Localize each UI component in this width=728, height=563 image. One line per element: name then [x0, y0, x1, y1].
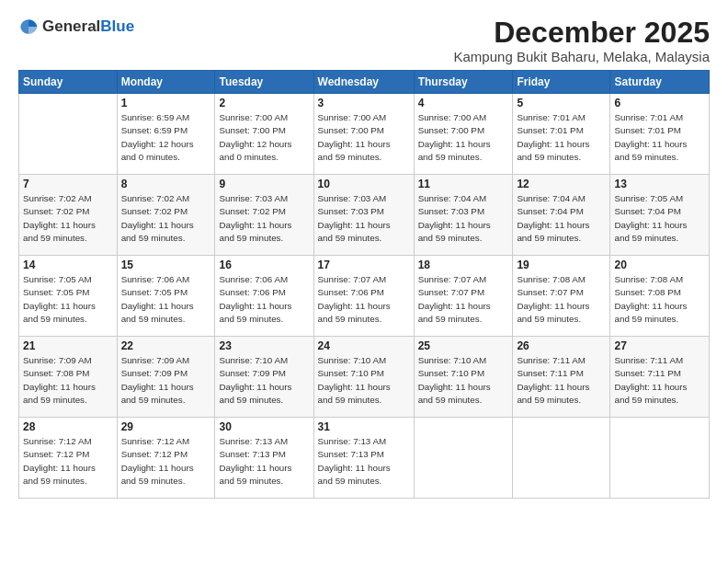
day-number: 19 — [517, 259, 606, 271]
day-number: 15 — [121, 259, 211, 271]
day-number: 17 — [318, 259, 410, 271]
day-info: Sunrise: 7:10 AMSunset: 7:10 PMDaylight:… — [318, 354, 410, 407]
day-cell: 24Sunrise: 7:10 AMSunset: 7:10 PMDayligh… — [313, 337, 414, 418]
day-number: 5 — [517, 97, 606, 109]
page: GeneralBlue December 2025 Kampung Bukit … — [0, 0, 728, 563]
day-number: 21 — [23, 339, 113, 352]
header-cell-thursday: Thursday — [414, 71, 513, 94]
logo: GeneralBlue — [18, 17, 134, 37]
day-cell: 6Sunrise: 7:01 AMSunset: 7:01 PMDaylight… — [610, 94, 710, 175]
day-number: 4 — [418, 97, 509, 109]
day-number: 22 — [121, 339, 211, 352]
day-cell: 11Sunrise: 7:04 AMSunset: 7:03 PMDayligh… — [414, 175, 513, 256]
day-number: 26 — [517, 339, 606, 352]
day-number: 20 — [614, 259, 705, 271]
day-number: 31 — [318, 420, 410, 433]
day-number: 27 — [614, 339, 705, 352]
day-info: Sunrise: 7:04 AMSunset: 7:04 PMDaylight:… — [517, 192, 606, 245]
day-number: 9 — [219, 178, 309, 190]
day-number: 29 — [121, 420, 211, 433]
day-cell: 18Sunrise: 7:07 AMSunset: 7:07 PMDayligh… — [414, 256, 513, 337]
day-cell — [513, 418, 610, 499]
location-title: Kampung Bukit Baharu, Melaka, Malaysia — [454, 49, 710, 64]
day-cell — [610, 418, 710, 499]
day-info: Sunrise: 7:13 AMSunset: 7:13 PMDaylight:… — [219, 435, 309, 488]
day-cell: 9Sunrise: 7:03 AMSunset: 7:02 PMDaylight… — [215, 175, 313, 256]
day-cell: 29Sunrise: 7:12 AMSunset: 7:12 PMDayligh… — [117, 418, 215, 499]
day-number: 18 — [418, 259, 509, 271]
day-number: 30 — [219, 420, 309, 433]
day-info: Sunrise: 7:07 AMSunset: 7:07 PMDaylight:… — [418, 273, 509, 326]
header-cell-sunday: Sunday — [19, 71, 118, 94]
week-row-4: 28Sunrise: 7:12 AMSunset: 7:12 PMDayligh… — [19, 418, 710, 499]
day-cell: 12Sunrise: 7:04 AMSunset: 7:04 PMDayligh… — [513, 175, 610, 256]
day-number: 12 — [517, 178, 606, 190]
day-cell: 17Sunrise: 7:07 AMSunset: 7:06 PMDayligh… — [313, 256, 414, 337]
day-info: Sunrise: 7:06 AMSunset: 7:06 PMDaylight:… — [219, 273, 309, 326]
day-info: Sunrise: 7:01 AMSunset: 7:01 PMDaylight:… — [614, 111, 705, 164]
day-info: Sunrise: 7:11 AMSunset: 7:11 PMDaylight:… — [517, 354, 606, 407]
day-number: 3 — [318, 97, 410, 109]
day-info: Sunrise: 6:59 AMSunset: 6:59 PMDaylight:… — [121, 111, 211, 164]
day-info: Sunrise: 7:12 AMSunset: 7:12 PMDaylight:… — [23, 435, 113, 488]
day-info: Sunrise: 7:06 AMSunset: 7:05 PMDaylight:… — [121, 273, 211, 326]
month-title: December 2025 — [454, 17, 710, 49]
day-info: Sunrise: 7:09 AMSunset: 7:08 PMDaylight:… — [23, 354, 113, 407]
day-info: Sunrise: 7:09 AMSunset: 7:09 PMDaylight:… — [121, 354, 211, 407]
day-number: 16 — [219, 259, 309, 271]
day-number: 24 — [318, 339, 410, 352]
logo-blue: Blue — [100, 17, 134, 35]
header-cell-monday: Monday — [117, 71, 215, 94]
day-cell: 14Sunrise: 7:05 AMSunset: 7:05 PMDayligh… — [19, 256, 118, 337]
calendar-body: 1Sunrise: 6:59 AMSunset: 6:59 PMDaylight… — [19, 94, 710, 499]
day-number: 11 — [418, 178, 509, 190]
calendar-header: SundayMondayTuesdayWednesdayThursdayFrid… — [19, 71, 710, 94]
day-cell: 1Sunrise: 6:59 AMSunset: 6:59 PMDaylight… — [117, 94, 215, 175]
day-cell: 31Sunrise: 7:13 AMSunset: 7:13 PMDayligh… — [313, 418, 414, 499]
day-cell: 30Sunrise: 7:13 AMSunset: 7:13 PMDayligh… — [215, 418, 313, 499]
day-info: Sunrise: 7:04 AMSunset: 7:03 PMDaylight:… — [418, 192, 509, 245]
day-info: Sunrise: 7:08 AMSunset: 7:08 PMDaylight:… — [614, 273, 705, 326]
day-cell: 2Sunrise: 7:00 AMSunset: 7:00 PMDaylight… — [215, 94, 313, 175]
day-info: Sunrise: 7:11 AMSunset: 7:11 PMDaylight:… — [614, 354, 705, 407]
day-info: Sunrise: 7:12 AMSunset: 7:12 PMDaylight:… — [121, 435, 211, 488]
day-number: 6 — [614, 97, 705, 109]
day-cell: 25Sunrise: 7:10 AMSunset: 7:10 PMDayligh… — [414, 337, 513, 418]
day-cell: 4Sunrise: 7:00 AMSunset: 7:00 PMDaylight… — [414, 94, 513, 175]
day-number: 28 — [23, 420, 113, 433]
day-cell: 10Sunrise: 7:03 AMSunset: 7:03 PMDayligh… — [313, 175, 414, 256]
day-cell: 5Sunrise: 7:01 AMSunset: 7:01 PMDaylight… — [513, 94, 610, 175]
day-number: 13 — [614, 178, 705, 190]
day-cell — [19, 94, 118, 175]
day-cell: 28Sunrise: 7:12 AMSunset: 7:12 PMDayligh… — [19, 418, 118, 499]
week-row-2: 14Sunrise: 7:05 AMSunset: 7:05 PMDayligh… — [19, 256, 710, 337]
day-info: Sunrise: 7:00 AMSunset: 7:00 PMDaylight:… — [219, 111, 309, 164]
day-cell: 22Sunrise: 7:09 AMSunset: 7:09 PMDayligh… — [117, 337, 215, 418]
day-number: 23 — [219, 339, 309, 352]
title-block: December 2025 Kampung Bukit Baharu, Mela… — [454, 17, 710, 64]
day-info: Sunrise: 7:10 AMSunset: 7:10 PMDaylight:… — [418, 354, 509, 407]
day-info: Sunrise: 7:05 AMSunset: 7:04 PMDaylight:… — [614, 192, 705, 245]
day-cell: 8Sunrise: 7:02 AMSunset: 7:02 PMDaylight… — [117, 175, 215, 256]
day-info: Sunrise: 7:02 AMSunset: 7:02 PMDaylight:… — [23, 192, 113, 245]
day-info: Sunrise: 7:08 AMSunset: 7:07 PMDaylight:… — [517, 273, 606, 326]
day-info: Sunrise: 7:05 AMSunset: 7:05 PMDaylight:… — [23, 273, 113, 326]
day-cell: 23Sunrise: 7:10 AMSunset: 7:09 PMDayligh… — [215, 337, 313, 418]
day-number: 25 — [418, 339, 509, 352]
day-cell: 26Sunrise: 7:11 AMSunset: 7:11 PMDayligh… — [513, 337, 610, 418]
day-cell: 27Sunrise: 7:11 AMSunset: 7:11 PMDayligh… — [610, 337, 710, 418]
calendar-table: SundayMondayTuesdayWednesdayThursdayFrid… — [18, 70, 710, 499]
day-cell: 3Sunrise: 7:00 AMSunset: 7:00 PMDaylight… — [313, 94, 414, 175]
day-info: Sunrise: 7:10 AMSunset: 7:09 PMDaylight:… — [219, 354, 309, 407]
day-number: 14 — [23, 259, 113, 271]
day-cell: 16Sunrise: 7:06 AMSunset: 7:06 PMDayligh… — [215, 256, 313, 337]
day-cell: 15Sunrise: 7:06 AMSunset: 7:05 PMDayligh… — [117, 256, 215, 337]
logo-icon — [18, 17, 39, 37]
day-info: Sunrise: 7:00 AMSunset: 7:00 PMDaylight:… — [418, 111, 509, 164]
day-cell: 20Sunrise: 7:08 AMSunset: 7:08 PMDayligh… — [610, 256, 710, 337]
day-cell — [414, 418, 513, 499]
header-cell-wednesday: Wednesday — [313, 71, 414, 94]
day-cell: 21Sunrise: 7:09 AMSunset: 7:08 PMDayligh… — [19, 337, 118, 418]
day-cell: 19Sunrise: 7:08 AMSunset: 7:07 PMDayligh… — [513, 256, 610, 337]
day-info: Sunrise: 7:03 AMSunset: 7:02 PMDaylight:… — [219, 192, 309, 245]
